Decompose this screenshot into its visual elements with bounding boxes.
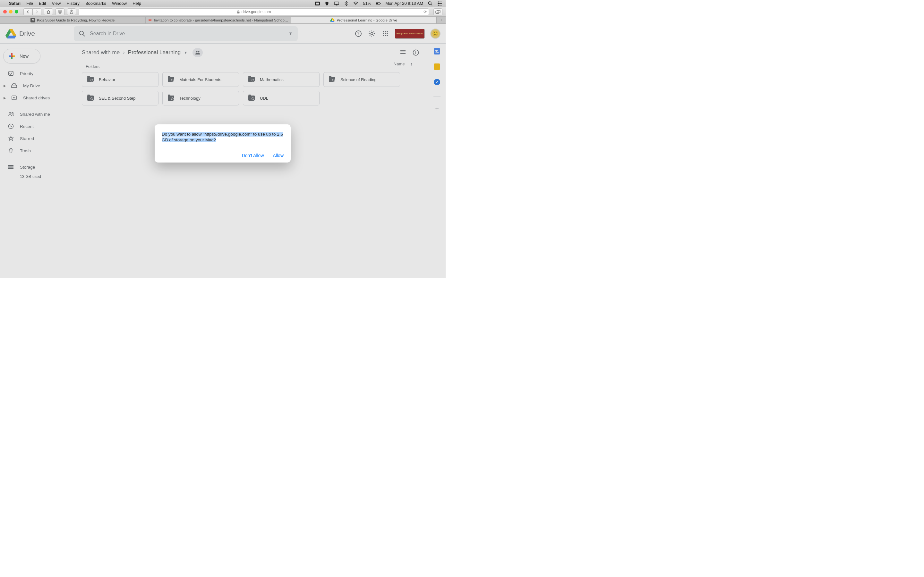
dont-allow-button[interactable]: Don't Allow	[242, 153, 264, 158]
address-bar[interactable]: drive.google.com ⟳	[79, 8, 429, 15]
lock-icon	[237, 10, 240, 14]
svg-line-8	[431, 4, 432, 5]
svg-rect-2	[334, 2, 339, 5]
url-host: drive.google.com	[242, 10, 271, 14]
gmail-favicon-icon: ✉	[148, 18, 152, 23]
macos-menubar: Safari File Edit View History Bookmarks …	[0, 0, 446, 7]
home-button[interactable]	[44, 8, 53, 15]
tab-label: Invitation to collaborate - garsidem@ham…	[153, 18, 288, 22]
drive-favicon-icon	[330, 18, 334, 23]
svg-point-14	[438, 5, 439, 5]
tab-label: Professional Learning - Google Drive	[336, 18, 397, 22]
show-tabs-button[interactable]	[433, 8, 443, 15]
favicon-icon: R	[31, 18, 35, 23]
allow-button[interactable]: Allow	[273, 153, 284, 158]
reload-icon[interactable]: ⟳	[423, 10, 427, 14]
svg-rect-18	[237, 11, 239, 13]
menu-bookmarks[interactable]: Bookmarks	[86, 1, 106, 6]
svg-point-7	[428, 2, 431, 5]
status-datetime: Mon Apr 20 9:13 AM	[385, 1, 423, 6]
status-malware-icon[interactable]	[325, 1, 330, 6]
svg-point-3	[355, 4, 357, 5]
dialog-message: Do you want to allow "https://drive.goog…	[162, 132, 283, 142]
browser-tab-1[interactable]: ✉ Invitation to collaborate - garsidem@h…	[145, 17, 291, 23]
svg-point-13	[438, 3, 439, 4]
menu-edit[interactable]: Edit	[39, 1, 46, 6]
svg-rect-19	[436, 11, 439, 13]
menu-window[interactable]: Window	[112, 1, 127, 6]
safari-toolbar: drive.google.com ⟳	[0, 7, 446, 17]
browser-tab-2[interactable]: Professional Learning - Google Drive	[291, 17, 437, 23]
app-menu[interactable]: Safari	[9, 1, 21, 6]
status-battery-pct: 51%	[363, 1, 371, 6]
notification-center-icon[interactable]	[437, 1, 443, 6]
menu-file[interactable]: File	[26, 1, 33, 6]
status-battery-icon[interactable]	[376, 1, 381, 6]
status-airplay-icon[interactable]	[334, 1, 339, 6]
back-button[interactable]	[23, 8, 32, 15]
close-window-button[interactable]	[3, 10, 7, 13]
window-controls	[3, 10, 18, 13]
browser-tab-0[interactable]: R Kids Super Guide to Recycling, How to …	[0, 17, 145, 23]
status-wifi-icon[interactable]	[353, 1, 359, 6]
svg-rect-5	[380, 3, 381, 4]
menu-view[interactable]: View	[52, 1, 61, 6]
spotlight-search-icon[interactable]	[428, 1, 433, 6]
forward-button[interactable]	[32, 8, 41, 15]
svg-point-12	[438, 1, 439, 2]
svg-rect-20	[437, 10, 440, 13]
menu-help[interactable]: Help	[132, 1, 141, 6]
print-button[interactable]	[55, 8, 65, 15]
zoom-window-button[interactable]	[15, 10, 18, 13]
new-tab-button[interactable]: +	[437, 17, 446, 23]
status-bluetooth-icon[interactable]	[344, 1, 349, 6]
storage-permission-dialog: Do you want to allow "https://drive.goog…	[155, 124, 291, 163]
svg-rect-6	[376, 3, 378, 4]
tab-strip: R Kids Super Guide to Recycling, How to …	[0, 17, 446, 24]
minimize-window-button[interactable]	[9, 10, 13, 13]
share-button[interactable]	[67, 8, 76, 15]
status-video-icon[interactable]	[315, 1, 320, 6]
svg-rect-1	[316, 3, 319, 5]
tab-label: Kids Super Guide to Recycling, How to Re…	[37, 18, 115, 22]
menu-history[interactable]: History	[66, 1, 79, 6]
